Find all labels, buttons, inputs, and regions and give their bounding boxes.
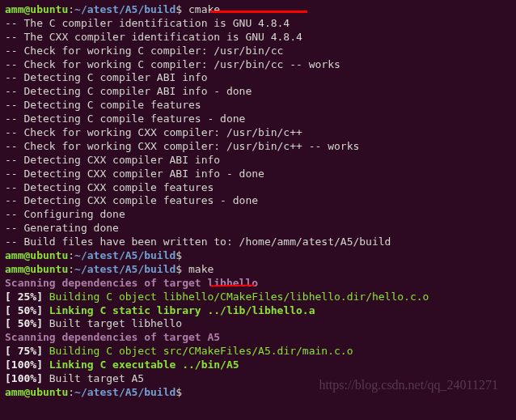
prompt-sep2: $	[176, 249, 182, 261]
progress-pct: [ 25%]	[5, 291, 49, 303]
output-line: -- Detecting C compile features	[5, 99, 511, 112]
built-text: Built target libhello	[49, 317, 182, 329]
output-line: -- Detecting CXX compile features - done	[5, 194, 511, 208]
annotation-underline-cmake	[210, 11, 307, 13]
prompt-path: ~/atest/A5/build	[74, 386, 176, 398]
built-line: [100%] Built target A5	[5, 372, 511, 386]
prompt-userhost: amm@ubuntu	[5, 386, 68, 398]
built-line: [ 50%] Built target libhello	[5, 317, 511, 331]
prompt-sep2: $	[176, 263, 182, 275]
command-text: cmake ..	[188, 3, 239, 15]
output-line: -- Detecting CXX compiler ABI info - don…	[5, 168, 511, 181]
prompt-sep2: $	[176, 386, 182, 398]
prompt-path: ~/atest/A5/build	[74, 263, 176, 275]
prompt-sep1: :	[68, 386, 74, 398]
progress-pct: [100%]	[5, 358, 49, 371]
output-line: -- Detecting C compile features - done	[5, 112, 511, 126]
output-line: -- Check for working C compiler: /usr/bi…	[5, 58, 511, 72]
scan-line: Scanning dependencies of target libhello	[5, 277, 511, 291]
prompt-sep1: :	[68, 263, 74, 275]
command-cmake	[182, 3, 188, 15]
output-line: -- Detecting C compiler ABI info - done	[5, 85, 511, 99]
progress-pct: [ 50%]	[5, 317, 49, 329]
link-line: [100%] Linking C executable ../bin/A5	[5, 358, 511, 372]
prompt-path: ~/atest/A5/build	[74, 249, 176, 261]
build-line: [ 25%] Building C object libhello/CMakeF…	[5, 291, 511, 304]
prompt-sep1: :	[68, 249, 74, 261]
output-line: -- Check for working C compiler: /usr/bi…	[5, 45, 511, 58]
output-line: -- Generating done	[5, 222, 511, 235]
build-action: Building C object src/CMakeFiles/A5.dir/…	[49, 345, 353, 357]
link-action: Linking C static library ../lib/libhello…	[49, 304, 315, 316]
progress-pct: [100%]	[5, 372, 49, 384]
prompt-sep2: $	[176, 3, 182, 15]
prompt-userhost: amm@ubuntu	[5, 249, 68, 261]
link-line: [ 50%] Linking C static library ../lib/l…	[5, 304, 511, 318]
prompt-userhost: amm@ubuntu	[5, 3, 68, 15]
build-line: [ 75%] Building C object src/CMakeFiles/…	[5, 345, 511, 358]
output-line: -- The C compiler identification is GNU …	[5, 17, 511, 31]
progress-pct: [ 50%]	[5, 304, 49, 316]
progress-pct: [ 75%]	[5, 345, 49, 357]
prompt-line-3[interactable]: amm@ubuntu:~/atest/A5/build$ make	[5, 263, 511, 277]
build-action: Building C object libhello/CMakeFiles/li…	[49, 291, 429, 303]
output-line: -- The CXX compiler identification is GN…	[5, 31, 511, 45]
prompt-line-4[interactable]: amm@ubuntu:~/atest/A5/build$	[5, 386, 511, 400]
built-text: Built target A5	[49, 372, 144, 384]
output-line: -- Check for working CXX compiler: /usr/…	[5, 140, 511, 154]
prompt-sep1: :	[68, 3, 74, 15]
link-action: Linking C executable ../bin/A5	[49, 358, 239, 371]
command-text: make	[188, 263, 214, 275]
output-line: -- Configuring done	[5, 208, 511, 222]
output-line: -- Detecting CXX compiler ABI info	[5, 154, 511, 168]
prompt-path: ~/atest/A5/build	[74, 3, 176, 15]
output-line: -- Detecting CXX compile features	[5, 181, 511, 195]
terminal-output: amm@ubuntu:~/atest/A5/build$ cmake .. --…	[5, 3, 511, 400]
output-line: -- Build files have been written to: /ho…	[5, 235, 511, 249]
scan-line: Scanning dependencies of target A5	[5, 331, 511, 345]
prompt-line-2[interactable]: amm@ubuntu:~/atest/A5/build$	[5, 249, 511, 263]
prompt-userhost: amm@ubuntu	[5, 263, 68, 275]
output-line: -- Check for working CXX compiler: /usr/…	[5, 126, 511, 140]
command-make	[182, 263, 188, 275]
output-line: -- Detecting C compiler ABI info	[5, 71, 511, 85]
